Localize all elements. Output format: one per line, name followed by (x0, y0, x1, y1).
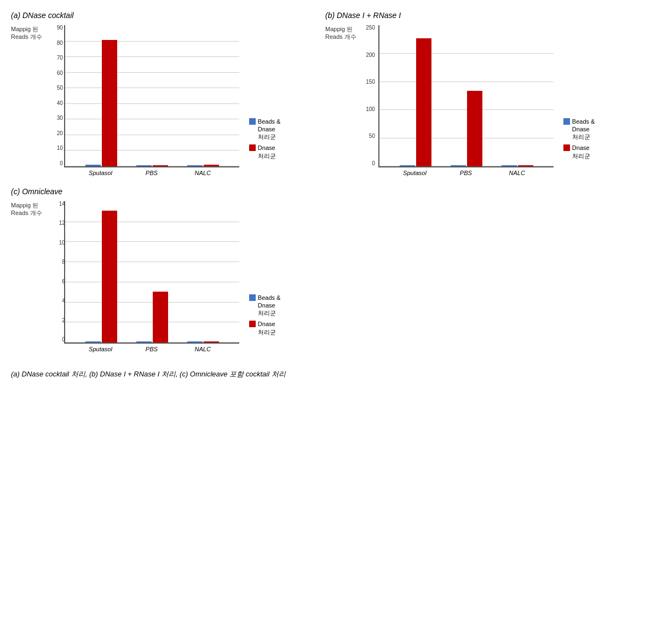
chart-a-ylabel: Mappig 된 Reads 개수 (11, 25, 42, 41)
ytick: 0 (48, 161, 63, 166)
chart-c-plot: 0 2 4 6 8 10 12 14 (64, 201, 239, 344)
ytick: 90 (48, 25, 63, 31)
chart-c-container: (c) Omnicleave Mappig 된 Reads 개수 (11, 187, 320, 352)
ytick: 10 (48, 146, 63, 151)
xlabel-sputasol: Sputasol (399, 170, 431, 176)
chart-c-legend: Beads &Dnase처리군 Dnase처리군 (249, 294, 281, 336)
ytick: 50 (360, 134, 375, 139)
bar-group-pbs (136, 165, 168, 166)
ytick: 6 (50, 279, 65, 285)
bar-blue (85, 341, 101, 343)
ytick: 8 (50, 259, 65, 265)
legend-item-blue: Beads &Dnase처리군 (249, 294, 281, 317)
bar-red (204, 341, 219, 343)
chart-c-title: (c) Omnicleave (11, 187, 320, 196)
ytick: 30 (48, 115, 63, 121)
legend-item-red: Dnase처리군 (563, 144, 595, 160)
chart-c-xlabels: Sputasol PBS NALC (64, 346, 239, 352)
legend-color-red (249, 321, 256, 327)
xlabel-nalc: NALC (500, 170, 533, 176)
xlabel-pbs: PBS (135, 346, 168, 352)
ytick: 4 (50, 298, 65, 304)
ytick: 60 (48, 71, 63, 76)
bar-group-sputasol (85, 40, 117, 166)
legend-text-blue: Beads &Dnase처리군 (258, 294, 281, 317)
bar-red (102, 211, 117, 343)
chart-a-legend: Beads &Dnase처리군 Dnase처리군 (249, 118, 281, 160)
chart-b-xlabels: Sputasol PBS NALC (378, 170, 554, 176)
chart-c-ylabel: Mappig 된 Reads 개수 (11, 201, 42, 217)
bar-blue (451, 165, 466, 166)
ytick: 80 (48, 40, 63, 46)
bar-red (204, 165, 219, 166)
bar-blue (400, 165, 415, 166)
bar-blue (136, 165, 152, 166)
chart-a-bars (65, 25, 239, 166)
bar-group-sputasol (85, 211, 117, 343)
ytick: 0 (50, 337, 65, 343)
page-wrapper: (a) DNase cocktail Mappig 된 Reads 개수 (11, 11, 634, 380)
ytick: 70 (48, 55, 63, 61)
bar-blue (187, 341, 203, 343)
bar-group-pbs (136, 292, 168, 343)
bar-group-nalc (187, 341, 219, 343)
ytick: 250 (360, 25, 375, 31)
legend-text-blue: Beads &Dnase처리군 (258, 118, 281, 141)
empty-cell (325, 187, 634, 352)
bar-red (153, 165, 168, 166)
ytick: 12 (50, 221, 65, 226)
chart-b-plot: 0 50 100 150 200 250 (378, 25, 554, 167)
legend-item-red: Dnase처리군 (249, 320, 281, 336)
ytick: 150 (360, 79, 375, 85)
bar-blue (502, 165, 517, 166)
xlabel-sputasol: Sputasol (84, 346, 117, 352)
bar-blue (85, 165, 101, 166)
bar-red (467, 91, 482, 166)
chart-a-plot-area: 0 10 20 30 40 50 60 70 80 90 (44, 25, 281, 176)
bar-red (153, 292, 168, 343)
bar-blue (187, 165, 203, 166)
bar-red (518, 165, 533, 166)
legend-color-blue (249, 118, 256, 125)
chart-a-xlabels: Sputasol PBS NALC (64, 170, 239, 176)
chart-a-plot: 0 10 20 30 40 50 60 70 80 90 (64, 25, 239, 167)
legend-text-red: Dnase처리군 (258, 144, 276, 160)
bar-red (416, 38, 431, 166)
chart-b-title: (b) DNase I + RNase I (325, 11, 634, 20)
chart-c-plot-area: 0 2 4 6 8 10 12 14 (44, 201, 281, 352)
chart-b-legend: Beads &Dnase처리군 Dnase처리군 (563, 118, 595, 160)
chart-b-plot-area: 0 50 100 150 200 250 (359, 25, 595, 176)
legend-color-blue (563, 118, 570, 125)
bar-red (102, 40, 117, 166)
legend-item-blue: Beads &Dnase처리군 (249, 118, 281, 141)
legend-color-red (563, 144, 570, 151)
chart-c-bars (65, 201, 239, 343)
chart-a-title: (a) DNase cocktail (11, 11, 320, 20)
xlabel-nalc: NALC (186, 346, 219, 352)
legend-text-blue: Beads &Dnase처리군 (572, 118, 595, 141)
legend-item-red: Dnase처리군 (249, 144, 281, 160)
ytick: 20 (48, 131, 63, 136)
ytick: 2 (50, 318, 65, 323)
ytick: 0 (360, 161, 375, 166)
chart-b-bars (379, 25, 554, 166)
ytick: 40 (48, 101, 63, 106)
ytick: 200 (360, 53, 375, 58)
legend-text-red: Dnase처리군 (258, 320, 276, 336)
bar-group-nalc (187, 165, 219, 166)
ytick: 14 (50, 201, 65, 207)
ytick: 50 (48, 85, 63, 91)
xlabel-pbs: PBS (450, 170, 482, 176)
legend-item-blue: Beads &Dnase처리군 (563, 118, 595, 141)
legend-text-red: Dnase처리군 (572, 144, 590, 160)
chart-b-ylabel: Mappig 된 Reads 개수 (325, 25, 356, 41)
ytick: 100 (360, 107, 375, 112)
xlabel-pbs: PBS (135, 170, 168, 176)
bottom-caption: (a) DNase cocktail 처리, (b) DNase I + RNa… (11, 369, 634, 380)
bar-group-sputasol (400, 38, 431, 166)
xlabel-nalc: NALC (186, 170, 219, 176)
bar-blue (136, 341, 152, 343)
xlabel-sputasol: Sputasol (84, 170, 117, 176)
legend-color-blue (249, 294, 256, 301)
bar-group-nalc (502, 165, 533, 166)
